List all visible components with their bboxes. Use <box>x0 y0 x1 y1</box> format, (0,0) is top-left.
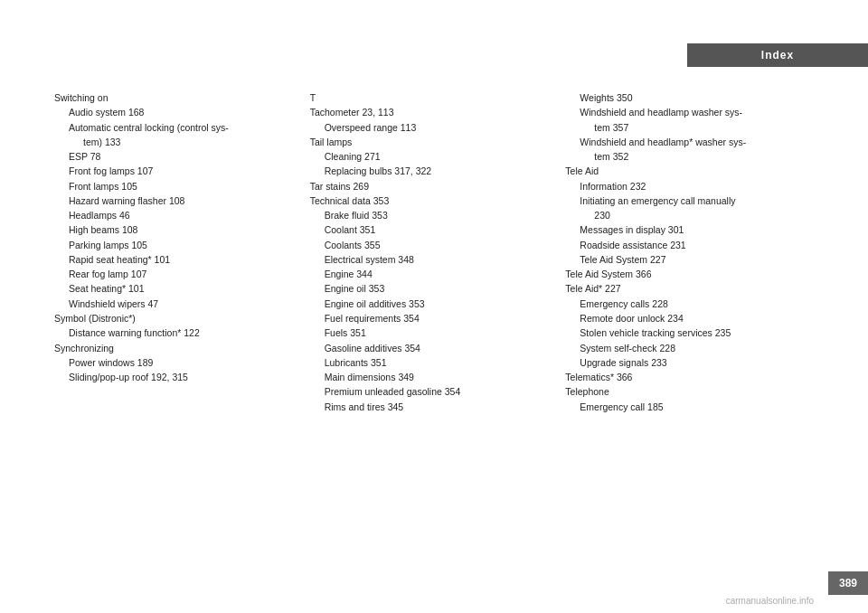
list-item: Tar stains 269 <box>310 179 552 193</box>
list-item: Weights 350 <box>565 90 807 105</box>
list-item: Audio system 168 <box>54 105 296 119</box>
list-item: Coolants 355 <box>310 238 552 252</box>
header-title: Index <box>761 49 794 61</box>
list-item: Engine oil 353 <box>310 281 552 296</box>
list-item: Fuels 351 <box>310 325 552 340</box>
list-item: Windshield and headlamp washer sys- <box>565 105 807 119</box>
list-item: Technical data 353 <box>310 193 552 208</box>
list-item: Coolant 351 <box>310 222 552 237</box>
list-item: Headlamps 46 <box>54 208 296 222</box>
list-item: Parking lamps 105 <box>54 238 296 252</box>
page-number-badge: 389 <box>828 571 868 595</box>
index-column-col3: Weights 350Windshield and headlamp washe… <box>558 90 814 541</box>
list-item: ESP 78 <box>54 149 296 164</box>
list-item: Messages in display 301 <box>565 222 807 237</box>
list-item: Tachometer 23, 113 <box>310 105 552 119</box>
list-item: Synchronizing <box>54 341 296 355</box>
header-bar: Index <box>687 43 868 67</box>
list-item: Main dimensions 349 <box>310 370 552 384</box>
list-item: Initiating an emergency call manually <box>565 193 807 208</box>
list-item: Front lamps 105 <box>54 179 296 193</box>
list-item: tem 352 <box>565 149 807 164</box>
list-item: Roadside assistance 231 <box>565 238 807 252</box>
page-number: 389 <box>839 577 857 589</box>
list-item: Hazard warning flasher 108 <box>54 193 296 208</box>
list-item: Tele Aid System 366 <box>565 267 807 281</box>
list-item: Front fog lamps 107 <box>54 164 296 178</box>
index-column-col1: Switching onAudio system 168Automatic ce… <box>54 90 303 541</box>
list-item: Overspeed range 113 <box>310 120 552 135</box>
list-item: Automatic central locking (control sys- <box>54 120 296 135</box>
list-item: 230 <box>565 208 807 222</box>
list-item: Emergency calls 228 <box>565 297 807 311</box>
list-item: Tele Aid <box>565 164 807 178</box>
page-container: Index Switching onAudio system 168Automa… <box>0 0 868 613</box>
list-item: Upgrade signals 233 <box>565 355 807 370</box>
list-item: Cleaning 271 <box>310 149 552 164</box>
list-item: Windshield wipers 47 <box>54 297 296 311</box>
list-item: Telematics* 366 <box>565 370 807 384</box>
list-item: Rims and tires 345 <box>310 400 552 414</box>
list-item: Replacing bulbs 317, 322 <box>310 164 552 178</box>
list-item: T <box>310 90 552 105</box>
list-item: Remote door unlock 234 <box>565 311 807 325</box>
list-item: Electrical system 348 <box>310 252 552 267</box>
list-item: Gasoline additives 354 <box>310 341 552 355</box>
list-item: Distance warning function* 122 <box>54 325 296 340</box>
list-item: Engine 344 <box>310 267 552 281</box>
list-item: Tele Aid* 227 <box>565 281 807 296</box>
list-item: Power windows 189 <box>54 355 296 370</box>
list-item: Tail lamps <box>310 135 552 149</box>
list-item: Symbol (Distronic*) <box>54 311 296 325</box>
watermark: carmanualsonline.info <box>726 596 814 606</box>
list-item: Fuel requirements 354 <box>310 311 552 325</box>
list-item: Lubricants 351 <box>310 355 552 370</box>
list-item: Premium unleaded gasoline 354 <box>310 384 552 399</box>
list-item: tem) 133 <box>54 135 296 149</box>
list-item: Information 232 <box>565 179 807 193</box>
list-item: Stolen vehicle tracking services 235 <box>565 325 807 340</box>
list-item: Rapid seat heating* 101 <box>54 252 296 267</box>
list-item: Tele Aid System 227 <box>565 252 807 267</box>
list-item: Telephone <box>565 384 807 399</box>
list-item: Rear fog lamp 107 <box>54 267 296 281</box>
list-item: System self-check 228 <box>565 341 807 355</box>
content-area: Switching onAudio system 168Automatic ce… <box>54 90 814 541</box>
list-item: Emergency call 185 <box>565 400 807 414</box>
list-item: Switching on <box>54 90 296 105</box>
list-item: tem 357 <box>565 120 807 135</box>
index-column-col2: TTachometer 23, 113Overspeed range 113Ta… <box>303 90 559 541</box>
list-item: Brake fluid 353 <box>310 208 552 222</box>
list-item: Sliding/pop-up roof 192, 315 <box>54 370 296 384</box>
list-item: Windshield and headlamp* washer sys- <box>565 135 807 149</box>
list-item: Seat heating* 101 <box>54 281 296 296</box>
list-item: High beams 108 <box>54 222 296 237</box>
list-item: Engine oil additives 353 <box>310 297 552 311</box>
